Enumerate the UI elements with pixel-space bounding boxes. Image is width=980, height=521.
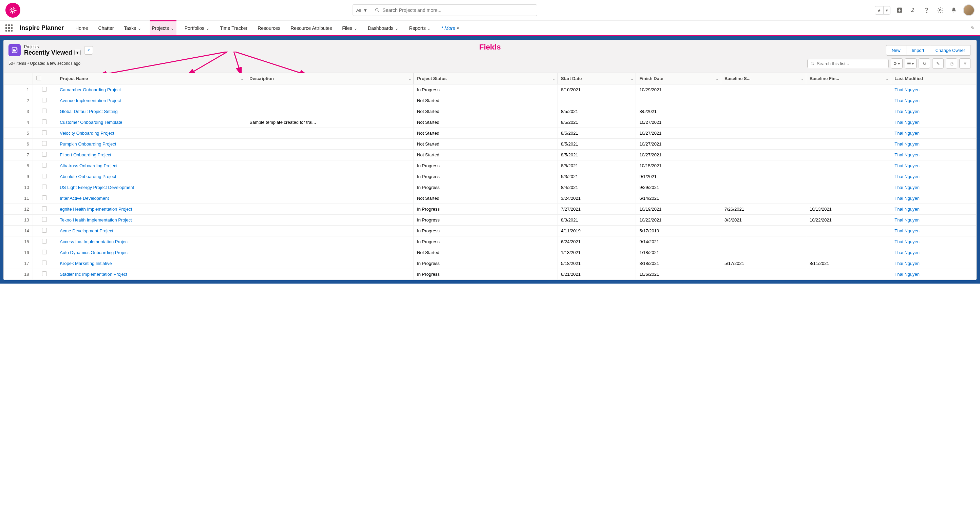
- user-link[interactable]: Thai Nguyen: [894, 185, 920, 190]
- row-checkbox[interactable]: [33, 215, 56, 226]
- project-link[interactable]: Global Default Project Setting: [60, 109, 118, 114]
- filter-button[interactable]: ▼: [959, 58, 971, 68]
- project-link[interactable]: Absolute Onboarding Project: [60, 174, 116, 179]
- project-link[interactable]: Filbert Onboarding Project: [60, 152, 111, 157]
- row-checkbox[interactable]: [33, 95, 56, 106]
- user-link[interactable]: Thai Nguyen: [894, 206, 920, 212]
- user-link[interactable]: Thai Nguyen: [894, 228, 920, 233]
- project-link[interactable]: Pumpkin Onboarding Project: [60, 141, 116, 146]
- list-view-picker[interactable]: Recently Viewed ▼: [24, 49, 81, 56]
- checkbox-icon[interactable]: [42, 249, 47, 254]
- user-link[interactable]: Thai Nguyen: [894, 87, 920, 92]
- nav-item-resources[interactable]: Resources: [256, 21, 282, 35]
- edit-nav-icon[interactable]: ✎: [971, 25, 975, 30]
- user-link[interactable]: Thai Nguyen: [894, 196, 920, 201]
- checkbox-icon[interactable]: [42, 98, 47, 102]
- row-checkbox[interactable]: [33, 149, 56, 160]
- row-checkbox[interactable]: [33, 193, 56, 204]
- checkbox-icon[interactable]: [42, 260, 47, 265]
- nav-item-dashboards[interactable]: Dashboards⌄: [366, 21, 401, 35]
- row-checkbox[interactable]: [33, 269, 56, 280]
- checkbox-icon[interactable]: [42, 184, 47, 189]
- row-checkbox[interactable]: [33, 106, 56, 117]
- search-scope-picker[interactable]: All ▼: [353, 5, 371, 16]
- project-link[interactable]: egnite Health Implementation Project: [60, 206, 132, 212]
- new-button[interactable]: New: [886, 45, 906, 56]
- user-avatar[interactable]: [963, 5, 975, 16]
- user-link[interactable]: Thai Nguyen: [894, 261, 920, 266]
- checkbox-icon[interactable]: [42, 195, 47, 200]
- row-checkbox[interactable]: [33, 258, 56, 269]
- salesforce-help-icon[interactable]: [909, 6, 918, 14]
- user-link[interactable]: Thai Nguyen: [894, 141, 920, 146]
- checkbox-icon[interactable]: [42, 206, 47, 211]
- project-link[interactable]: Access Inc. Implementation Project: [60, 239, 129, 244]
- nav-item-projects[interactable]: Projects⌄: [150, 21, 177, 35]
- checkbox-icon[interactable]: [42, 87, 47, 92]
- checkbox-icon[interactable]: [42, 217, 47, 222]
- checkbox-icon[interactable]: [42, 108, 47, 113]
- user-link[interactable]: Thai Nguyen: [894, 109, 920, 114]
- nav-item-time-tracker[interactable]: Time Tracker: [218, 21, 250, 35]
- project-link[interactable]: Customer Onboarding Template: [60, 120, 122, 125]
- checkbox-icon[interactable]: [42, 174, 47, 178]
- project-link[interactable]: Albatross Onboarding Project: [60, 163, 118, 168]
- change-owner-button[interactable]: Change Owner: [930, 45, 971, 56]
- checkbox-icon[interactable]: [42, 228, 47, 233]
- pin-list-button[interactable]: [84, 46, 93, 55]
- row-checkbox[interactable]: [33, 160, 56, 171]
- inline-edit-button[interactable]: ✎: [932, 58, 944, 68]
- checkbox-icon[interactable]: [42, 272, 47, 276]
- nav-item-resource-attributes[interactable]: Resource Attributes: [288, 21, 334, 35]
- star-icon[interactable]: ★: [875, 6, 883, 14]
- row-checkbox[interactable]: [33, 204, 56, 215]
- project-link[interactable]: Kropek Marketing Initiative: [60, 261, 111, 266]
- user-link[interactable]: Thai Nguyen: [894, 130, 920, 136]
- col-baseline-start[interactable]: Baseline S...⌄: [721, 73, 806, 84]
- project-link[interactable]: Velocity Onboarding Project: [60, 130, 114, 136]
- project-link[interactable]: Acme Development Project: [60, 228, 113, 233]
- user-link[interactable]: Thai Nguyen: [894, 163, 920, 168]
- checkbox-icon[interactable]: [36, 76, 41, 80]
- checkbox-icon[interactable]: [42, 130, 47, 135]
- project-link[interactable]: Inter Active Development: [60, 196, 109, 201]
- search-box[interactable]: [371, 5, 537, 16]
- display-as-button[interactable]: ☰▾: [905, 58, 916, 68]
- nav-item-reports[interactable]: Reports⌄: [407, 21, 433, 35]
- col-baseline-finish[interactable]: Baseline Fin...⌄: [806, 73, 891, 84]
- question-icon[interactable]: [922, 6, 931, 14]
- nav-item-tasks[interactable]: Tasks⌄: [122, 21, 143, 35]
- row-checkbox[interactable]: [33, 117, 56, 128]
- list-search-box[interactable]: [807, 59, 889, 68]
- user-link[interactable]: Thai Nguyen: [894, 272, 920, 277]
- nav-item-chatter[interactable]: Chatter: [96, 21, 116, 35]
- user-link[interactable]: Thai Nguyen: [894, 174, 920, 179]
- project-link[interactable]: US Light Energy Project Development: [60, 185, 134, 190]
- nav-item-files[interactable]: Files⌄: [340, 21, 360, 35]
- user-link[interactable]: Thai Nguyen: [894, 120, 920, 125]
- col-last-modified[interactable]: Last Modified: [891, 73, 976, 84]
- project-link[interactable]: Stadler Inc Implementation Project: [60, 272, 127, 277]
- user-link[interactable]: Thai Nguyen: [894, 250, 920, 255]
- checkbox-icon[interactable]: [42, 119, 47, 124]
- user-link[interactable]: Thai Nguyen: [894, 152, 920, 157]
- chevron-down-icon[interactable]: ▾: [883, 6, 890, 14]
- checkbox-icon[interactable]: [42, 163, 47, 168]
- chart-button[interactable]: ◔: [946, 58, 957, 68]
- col-start-date[interactable]: Start Date⌄: [558, 73, 636, 84]
- row-checkbox[interactable]: [33, 171, 56, 182]
- col-project-name[interactable]: Project Name⌄: [56, 73, 246, 84]
- col-select-all[interactable]: [33, 73, 56, 84]
- checkbox-icon[interactable]: [42, 141, 47, 146]
- app-launcher-icon[interactable]: [5, 24, 14, 32]
- favorites-combo[interactable]: ★ ▾: [875, 6, 891, 14]
- row-checkbox[interactable]: [33, 182, 56, 193]
- project-link[interactable]: Camamber Onboarding Project: [60, 87, 121, 92]
- col-finish-date[interactable]: Finish Date⌄: [636, 73, 721, 84]
- add-icon[interactable]: [895, 6, 904, 14]
- row-checkbox[interactable]: [33, 247, 56, 258]
- checkbox-icon[interactable]: [42, 152, 47, 157]
- refresh-button[interactable]: ↻: [919, 58, 930, 68]
- col-project-status[interactable]: Project Status⌄: [413, 73, 557, 84]
- row-checkbox[interactable]: [33, 237, 56, 247]
